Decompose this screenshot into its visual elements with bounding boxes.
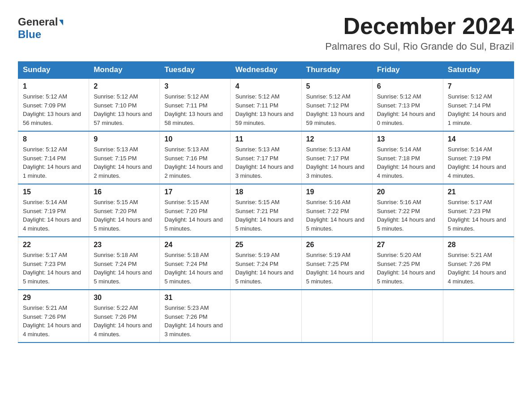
day-info: Sunrise: 5:12 AMSunset: 7:09 PMDaylight:…: [23, 93, 81, 126]
day-info: Sunrise: 5:22 AMSunset: 7:26 PMDaylight:…: [94, 304, 152, 338]
calendar-cell: 13 Sunrise: 5:14 AMSunset: 7:18 PMDaylig…: [372, 131, 443, 184]
day-info: Sunrise: 5:16 AMSunset: 7:22 PMDaylight:…: [306, 199, 365, 232]
day-number: 6: [377, 82, 438, 90]
calendar-title: December 2024: [325, 13, 514, 39]
header-tuesday: Tuesday: [160, 62, 231, 79]
day-info: Sunrise: 5:12 AMSunset: 7:11 PMDaylight:…: [164, 93, 223, 126]
calendar-cell: 1 Sunrise: 5:12 AMSunset: 7:09 PMDayligh…: [18, 78, 89, 131]
week-row-4: 22 Sunrise: 5:17 AMSunset: 7:23 PMDaylig…: [18, 237, 514, 290]
calendar-cell: 5 Sunrise: 5:12 AMSunset: 7:12 PMDayligh…: [301, 78, 372, 131]
day-info: Sunrise: 5:15 AMSunset: 7:20 PMDaylight:…: [164, 199, 223, 232]
calendar-cell: 28 Sunrise: 5:21 AMSunset: 7:26 PMDaylig…: [443, 237, 514, 290]
day-info: Sunrise: 5:18 AMSunset: 7:24 PMDaylight:…: [94, 252, 152, 285]
calendar-cell: 18 Sunrise: 5:15 AMSunset: 7:21 PMDaylig…: [231, 184, 301, 237]
calendar-cell: 10 Sunrise: 5:13 AMSunset: 7:16 PMDaylig…: [160, 131, 231, 184]
week-row-1: 1 Sunrise: 5:12 AMSunset: 7:09 PMDayligh…: [18, 78, 514, 131]
calendar-cell: [372, 290, 443, 342]
day-number: 31: [164, 294, 226, 302]
calendar-table: SundayMondayTuesdayWednesdayThursdayFrid…: [18, 61, 514, 343]
logo: General Blue: [18, 13, 63, 41]
day-number: 24: [164, 241, 226, 249]
day-number: 14: [448, 135, 509, 143]
day-number: 30: [94, 294, 155, 302]
day-info: Sunrise: 5:21 AMSunset: 7:26 PMDaylight:…: [448, 252, 506, 285]
day-number: 11: [235, 135, 296, 143]
calendar-cell: 21 Sunrise: 5:17 AMSunset: 7:23 PMDaylig…: [443, 184, 514, 237]
day-info: Sunrise: 5:13 AMSunset: 7:17 PMDaylight:…: [306, 146, 365, 179]
logo-general: General: [18, 16, 58, 28]
day-number: 18: [235, 188, 296, 196]
logo-blue: Blue: [18, 28, 41, 40]
day-number: 22: [23, 241, 84, 249]
calendar-cell: 11 Sunrise: 5:13 AMSunset: 7:17 PMDaylig…: [231, 131, 301, 184]
calendar-cell: 30 Sunrise: 5:22 AMSunset: 7:26 PMDaylig…: [89, 290, 160, 342]
day-info: Sunrise: 5:14 AMSunset: 7:19 PMDaylight:…: [448, 146, 506, 179]
header-monday: Monday: [89, 62, 160, 79]
calendar-cell: 15 Sunrise: 5:14 AMSunset: 7:19 PMDaylig…: [18, 184, 89, 237]
day-number: 17: [164, 188, 226, 196]
day-number: 26: [306, 241, 368, 249]
calendar-cell: 14 Sunrise: 5:14 AMSunset: 7:19 PMDaylig…: [443, 131, 514, 184]
day-number: 23: [94, 241, 155, 249]
calendar-cell: 26 Sunrise: 5:19 AMSunset: 7:25 PMDaylig…: [301, 237, 372, 290]
calendar-cell: 12 Sunrise: 5:13 AMSunset: 7:17 PMDaylig…: [301, 131, 372, 184]
header-thursday: Thursday: [301, 62, 372, 79]
header-saturday: Saturday: [443, 62, 514, 79]
day-number: 3: [164, 82, 226, 90]
day-info: Sunrise: 5:12 AMSunset: 7:13 PMDaylight:…: [377, 93, 435, 126]
calendar-subtitle: Palmares do Sul, Rio Grande do Sul, Braz…: [325, 41, 514, 52]
day-info: Sunrise: 5:17 AMSunset: 7:23 PMDaylight:…: [448, 199, 506, 232]
day-info: Sunrise: 5:23 AMSunset: 7:26 PMDaylight:…: [164, 304, 223, 338]
calendar-cell: 7 Sunrise: 5:12 AMSunset: 7:14 PMDayligh…: [443, 78, 514, 131]
day-number: 15: [23, 188, 84, 196]
header-sunday: Sunday: [18, 62, 89, 79]
day-info: Sunrise: 5:15 AMSunset: 7:21 PMDaylight:…: [235, 199, 293, 232]
calendar-cell: 19 Sunrise: 5:16 AMSunset: 7:22 PMDaylig…: [301, 184, 372, 237]
calendar-cell: 20 Sunrise: 5:16 AMSunset: 7:22 PMDaylig…: [372, 184, 443, 237]
day-number: 13: [377, 135, 438, 143]
day-info: Sunrise: 5:13 AMSunset: 7:17 PMDaylight:…: [235, 146, 293, 179]
day-info: Sunrise: 5:18 AMSunset: 7:24 PMDaylight:…: [164, 252, 223, 285]
day-info: Sunrise: 5:12 AMSunset: 7:14 PMDaylight:…: [23, 146, 81, 179]
calendar-cell: 2 Sunrise: 5:12 AMSunset: 7:10 PMDayligh…: [89, 78, 160, 131]
days-header-row: SundayMondayTuesdayWednesdayThursdayFrid…: [18, 62, 514, 79]
day-info: Sunrise: 5:12 AMSunset: 7:12 PMDaylight:…: [306, 93, 365, 126]
day-info: Sunrise: 5:13 AMSunset: 7:15 PMDaylight:…: [94, 146, 152, 179]
day-info: Sunrise: 5:20 AMSunset: 7:25 PMDaylight:…: [377, 252, 435, 285]
day-info: Sunrise: 5:21 AMSunset: 7:26 PMDaylight:…: [23, 304, 81, 338]
day-info: Sunrise: 5:12 AMSunset: 7:10 PMDaylight:…: [94, 93, 152, 126]
day-info: Sunrise: 5:13 AMSunset: 7:16 PMDaylight:…: [164, 146, 223, 179]
calendar-cell: 6 Sunrise: 5:12 AMSunset: 7:13 PMDayligh…: [372, 78, 443, 131]
calendar-cell: 24 Sunrise: 5:18 AMSunset: 7:24 PMDaylig…: [160, 237, 231, 290]
day-info: Sunrise: 5:14 AMSunset: 7:18 PMDaylight:…: [377, 146, 435, 179]
calendar-cell: 17 Sunrise: 5:15 AMSunset: 7:20 PMDaylig…: [160, 184, 231, 237]
day-number: 19: [306, 188, 368, 196]
calendar-cell: 29 Sunrise: 5:21 AMSunset: 7:26 PMDaylig…: [18, 290, 89, 342]
page-header: General Blue December 2024 Palmares do S…: [18, 13, 514, 52]
calendar-cell: [443, 290, 514, 342]
day-info: Sunrise: 5:16 AMSunset: 7:22 PMDaylight:…: [377, 199, 435, 232]
calendar-cell: 27 Sunrise: 5:20 AMSunset: 7:25 PMDaylig…: [372, 237, 443, 290]
day-number: 16: [94, 188, 155, 196]
day-number: 28: [448, 241, 509, 249]
day-number: 4: [235, 82, 296, 90]
day-number: 27: [377, 241, 438, 249]
week-row-2: 8 Sunrise: 5:12 AMSunset: 7:14 PMDayligh…: [18, 131, 514, 184]
header-friday: Friday: [372, 62, 443, 79]
day-info: Sunrise: 5:15 AMSunset: 7:20 PMDaylight:…: [94, 199, 152, 232]
day-info: Sunrise: 5:12 AMSunset: 7:11 PMDaylight:…: [235, 93, 293, 126]
day-number: 21: [448, 188, 509, 196]
day-number: 20: [377, 188, 438, 196]
day-info: Sunrise: 5:17 AMSunset: 7:23 PMDaylight:…: [23, 252, 81, 285]
calendar-cell: 4 Sunrise: 5:12 AMSunset: 7:11 PMDayligh…: [231, 78, 301, 131]
calendar-cell: 23 Sunrise: 5:18 AMSunset: 7:24 PMDaylig…: [89, 237, 160, 290]
calendar-cell: 16 Sunrise: 5:15 AMSunset: 7:20 PMDaylig…: [89, 184, 160, 237]
title-area: December 2024 Palmares do Sul, Rio Grand…: [325, 13, 514, 52]
calendar-cell: [231, 290, 301, 342]
calendar-cell: 3 Sunrise: 5:12 AMSunset: 7:11 PMDayligh…: [160, 78, 231, 131]
day-number: 12: [306, 135, 368, 143]
calendar-cell: 25 Sunrise: 5:19 AMSunset: 7:24 PMDaylig…: [231, 237, 301, 290]
day-number: 25: [235, 241, 296, 249]
day-info: Sunrise: 5:12 AMSunset: 7:14 PMDaylight:…: [448, 93, 506, 126]
week-row-5: 29 Sunrise: 5:21 AMSunset: 7:26 PMDaylig…: [18, 290, 514, 342]
